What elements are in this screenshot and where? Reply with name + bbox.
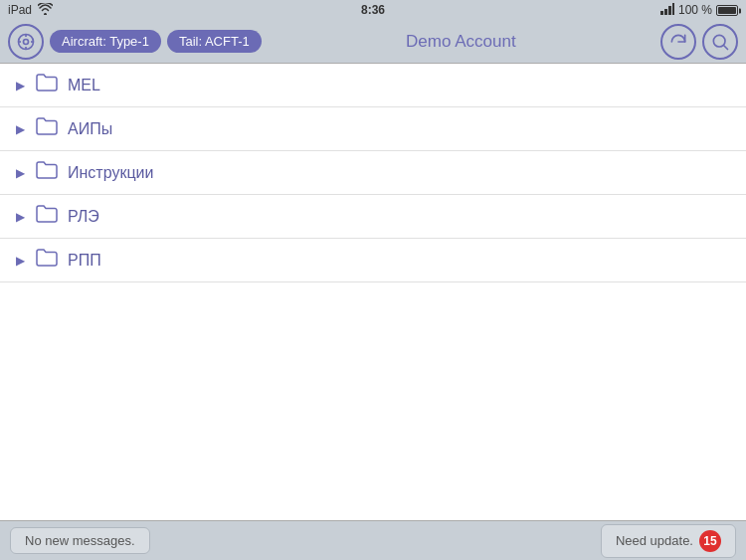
- list-item[interactable]: ▶ АИПы: [0, 107, 746, 151]
- search-button[interactable]: [702, 24, 738, 60]
- nav-bar: Aircraft: Type-1 Tail: ACFT-1 Demo Accou…: [0, 20, 746, 64]
- svg-marker-0: [660, 11, 663, 15]
- status-time: 8:36: [361, 3, 385, 17]
- bottom-bar: No new messages. Need update. 15: [0, 520, 746, 560]
- refresh-button[interactable]: [660, 24, 696, 60]
- list-arrow-icon: ▶: [16, 79, 26, 93]
- folder-icon: [36, 161, 58, 184]
- list-item[interactable]: ▶ РЛЭ: [0, 195, 746, 239]
- list-item[interactable]: ▶ Инструкции: [0, 151, 746, 195]
- wifi-icon: [38, 3, 53, 18]
- battery-icon: [716, 3, 738, 17]
- svg-marker-1: [664, 9, 667, 15]
- list-arrow-icon: ▶: [16, 166, 26, 180]
- tail-tag[interactable]: Tail: ACFT-1: [167, 30, 262, 53]
- nav-title: Demo Account: [268, 32, 654, 52]
- status-bar: iPad 8:36 100 %: [0, 0, 746, 20]
- list-item-label: РПП: [68, 252, 101, 270]
- update-button[interactable]: Need update. 15: [601, 524, 736, 558]
- list-item-label: Инструкции: [68, 164, 153, 182]
- list-arrow-icon: ▶: [16, 210, 26, 224]
- nav-right-buttons: [660, 24, 738, 60]
- list-item-label: MEL: [68, 77, 100, 94]
- list-item[interactable]: ▶ РПП: [0, 239, 746, 282]
- signal-icon: [660, 3, 674, 18]
- messages-button[interactable]: No new messages.: [10, 527, 150, 554]
- list-item[interactable]: ▶ MEL: [0, 64, 746, 107]
- list-item-label: РЛЭ: [68, 208, 99, 226]
- svg-point-5: [24, 39, 29, 44]
- folder-icon: [36, 205, 58, 228]
- battery-pct: 100 %: [678, 3, 712, 17]
- messages-label: No new messages.: [25, 533, 135, 548]
- update-badge: 15: [699, 530, 721, 552]
- update-label: Need update.: [616, 533, 693, 548]
- folder-icon: [36, 117, 58, 140]
- main-content: ▶ MEL ▶ АИПы ▶ Инструкции ▶ РЛЭ: [0, 64, 746, 520]
- list-arrow-icon: ▶: [16, 254, 26, 268]
- svg-line-11: [724, 45, 728, 49]
- folder-icon: [36, 74, 58, 96]
- list-arrow-icon: ▶: [16, 122, 26, 136]
- svg-marker-2: [668, 6, 671, 15]
- device-label: iPad: [8, 3, 32, 17]
- svg-marker-3: [672, 3, 674, 15]
- list-item-label: АИПы: [68, 120, 112, 138]
- aircraft-tag[interactable]: Aircraft: Type-1: [50, 30, 161, 53]
- home-button[interactable]: [8, 24, 44, 60]
- folder-list: ▶ MEL ▶ АИПы ▶ Инструкции ▶ РЛЭ: [0, 64, 746, 282]
- folder-icon: [36, 249, 58, 272]
